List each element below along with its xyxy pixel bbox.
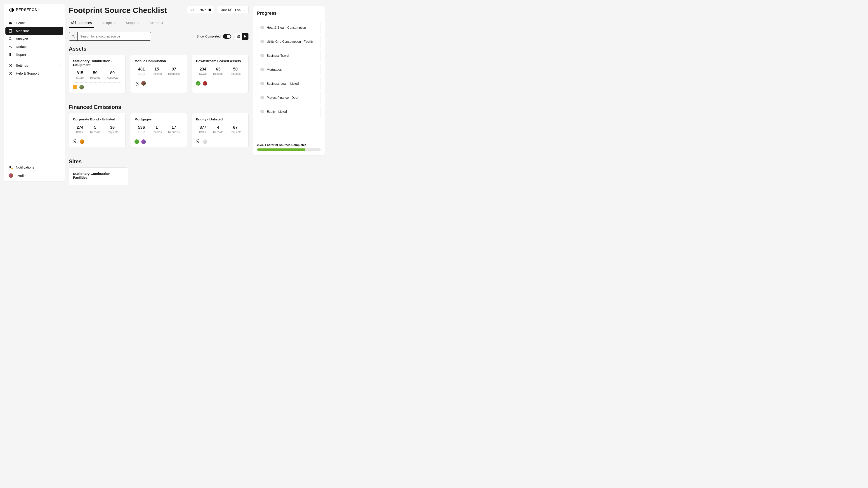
nav-label: Notifications bbox=[16, 165, 34, 169]
nav-item-home[interactable]: Home bbox=[5, 19, 63, 27]
tab-all-sources[interactable]: All Sources bbox=[69, 19, 94, 28]
chevron-right-icon: › bbox=[60, 45, 61, 48]
nav-item-analyze[interactable]: Analyze › bbox=[5, 35, 63, 43]
home-icon bbox=[8, 21, 12, 25]
metric-records: -- bbox=[91, 184, 101, 185]
tab-scope-1[interactable]: Scope 1 bbox=[100, 19, 118, 28]
metric-tco2e: -- bbox=[76, 184, 84, 185]
gear-icon bbox=[8, 64, 12, 67]
check-icon: ✓ bbox=[260, 68, 264, 71]
period-picker[interactable]: Q1 - 2023 bbox=[187, 6, 215, 14]
progress-item-label: Project Finance - Debt bbox=[267, 96, 298, 99]
nav-label: Reduce bbox=[16, 45, 28, 48]
svg-point-5 bbox=[10, 65, 11, 66]
view-tag-button[interactable] bbox=[242, 33, 248, 40]
nav-primary: Home Measure › Analyze › bbox=[4, 16, 65, 162]
metric-requests: 36 bbox=[107, 125, 118, 130]
assignee-avatar[interactable] bbox=[203, 81, 207, 86]
chevron-right-icon: › bbox=[60, 29, 61, 33]
metric-records: 15 bbox=[152, 67, 162, 72]
tab-scope-3[interactable]: Scope 3 bbox=[148, 19, 165, 28]
metric-label: Requests bbox=[230, 131, 241, 134]
metric-requests: 97 bbox=[168, 67, 180, 72]
metric-tco2e: 877 bbox=[199, 125, 207, 130]
metric-label: tCO₂e bbox=[76, 131, 84, 134]
assignee-avatar[interactable] bbox=[203, 139, 207, 144]
calendar-icon bbox=[208, 8, 211, 12]
check-icon: ✓ bbox=[260, 96, 264, 99]
svg-text:?: ? bbox=[10, 72, 11, 74]
progress-item[interactable]: ✓ Business Loan - Listed bbox=[257, 78, 321, 89]
card-title: Downstream Leased Assets bbox=[196, 59, 244, 63]
source-card[interactable]: Mobile Combustion 481tCO₂e 15Records 97R… bbox=[130, 55, 187, 93]
metric-label: tCO₂e bbox=[199, 72, 207, 75]
assignee-avatar[interactable] bbox=[79, 85, 84, 90]
progress-item[interactable]: ✓ Business Travel bbox=[257, 50, 321, 61]
source-card[interactable]: Corporate Bond - Unlisted 274tCO₂e 5Reco… bbox=[69, 113, 126, 147]
assignee-avatar[interactable] bbox=[141, 139, 146, 144]
progress-summary: 23/30 Footprint Sources Completed bbox=[257, 143, 321, 147]
progress-item[interactable]: ✓ Equity - Listed bbox=[257, 106, 321, 117]
source-card[interactable]: Stationary Combustion - Equipment 815tCO… bbox=[69, 55, 126, 93]
search-box bbox=[69, 32, 151, 41]
nav-item-help[interactable]: ? Help & Support bbox=[5, 69, 63, 77]
metric-label: tCO₂e bbox=[138, 131, 145, 134]
view-mode-segment bbox=[235, 33, 249, 40]
svg-rect-11 bbox=[237, 35, 238, 36]
avatar-icon bbox=[8, 173, 13, 178]
metric-records: 63 bbox=[213, 67, 223, 72]
progress-item[interactable]: ✓ Project Finance - Debt bbox=[257, 92, 321, 103]
metric-label: tCO₂e bbox=[76, 76, 84, 79]
nav-item-settings[interactable]: Settings › bbox=[5, 61, 63, 69]
brand-logo: PERSEFONI bbox=[4, 4, 65, 16]
assignee-avatar[interactable] bbox=[141, 81, 146, 86]
nav-item-profile[interactable]: Profile bbox=[5, 171, 63, 180]
nav-item-reduce[interactable]: Reduce › bbox=[5, 43, 63, 51]
nav-label: Home bbox=[16, 21, 25, 25]
svg-rect-13 bbox=[237, 37, 238, 37]
sidebar: PERSEFONI Home Measure › bbox=[4, 4, 65, 181]
nav-bottom: Notifications Profile bbox=[4, 162, 65, 181]
org-picker[interactable]: Quadial Inc. ⌄ bbox=[217, 6, 249, 14]
show-completed-toggle[interactable] bbox=[223, 34, 231, 39]
chevron-down-icon: ⌄ bbox=[243, 8, 245, 11]
progress-item[interactable]: ✓ Heat & Steam Consumption bbox=[257, 22, 321, 33]
metric-requests: -- bbox=[109, 184, 120, 185]
nav-label: Settings bbox=[16, 64, 28, 67]
nav-label: Profile bbox=[17, 174, 26, 177]
chevron-right-icon: › bbox=[60, 64, 61, 67]
card-title: Mobile Combustion bbox=[134, 59, 183, 63]
source-card[interactable]: Stationary Combustion - Facilities --tCO… bbox=[69, 167, 128, 185]
document-icon bbox=[8, 53, 12, 57]
svg-rect-12 bbox=[239, 35, 239, 36]
metric-requests: 17 bbox=[168, 125, 180, 130]
view-grid-button[interactable] bbox=[235, 33, 242, 40]
progress-item-label: Business Loan - Listed bbox=[267, 82, 299, 86]
search-input[interactable] bbox=[78, 32, 151, 40]
divider bbox=[69, 99, 249, 99]
metric-tco2e: 274 bbox=[76, 125, 84, 130]
metric-records: 59 bbox=[90, 71, 100, 75]
search-button[interactable] bbox=[69, 32, 78, 40]
metric-records: 4 bbox=[213, 125, 223, 130]
status-pending-icon bbox=[196, 139, 200, 144]
nav-item-report[interactable]: Report bbox=[5, 51, 63, 59]
tab-scope-2[interactable]: Scope 2 bbox=[124, 19, 142, 28]
calculator-icon bbox=[8, 29, 12, 33]
svg-point-3 bbox=[9, 37, 11, 39]
progress-bar bbox=[257, 149, 321, 151]
progress-item[interactable]: ✓ Mortgages bbox=[257, 64, 321, 75]
progress-item-label: Heat & Steam Consumption bbox=[267, 26, 306, 29]
section-title-assets: Assets bbox=[69, 46, 249, 52]
assignee-avatar[interactable] bbox=[80, 139, 84, 144]
source-card[interactable]: Equity - Unlisted 877tCO₂e 4Records 67Re… bbox=[192, 113, 249, 147]
svg-rect-14 bbox=[239, 37, 239, 37]
progress-item[interactable]: ✓ Utility Grid Consumption - Facility bbox=[257, 36, 321, 47]
status-pending-icon bbox=[73, 139, 78, 144]
card-title: Equity - Unlisted bbox=[196, 117, 244, 121]
source-card[interactable]: Downstream Leased Assets 234tCO₂e 63Reco… bbox=[192, 55, 249, 93]
source-card[interactable]: Mortgages 536tCO₂e 1Records 17Requests ✓ bbox=[130, 113, 187, 147]
nav-item-measure[interactable]: Measure › bbox=[5, 27, 63, 35]
nav-item-notifications[interactable]: Notifications bbox=[5, 163, 63, 171]
card-title: Mortgages bbox=[134, 117, 183, 121]
